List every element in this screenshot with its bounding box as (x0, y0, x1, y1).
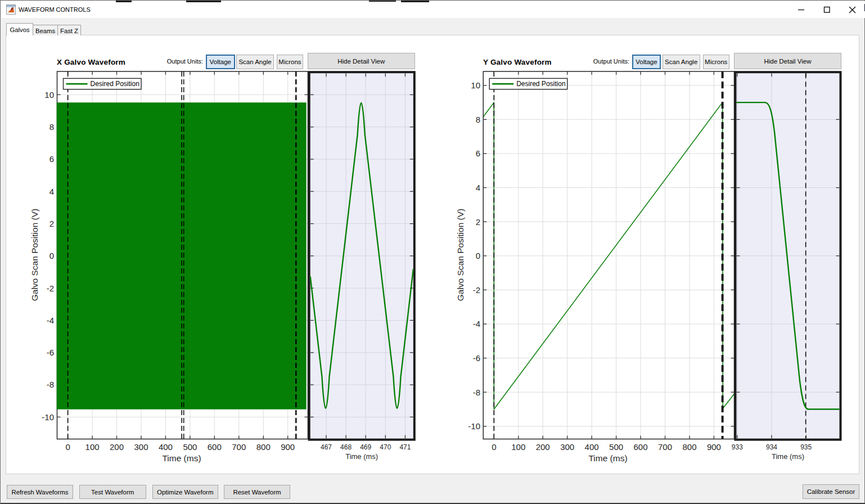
svg-text:300: 300 (134, 442, 148, 452)
svg-text:-6: -6 (47, 348, 54, 357)
svg-text:4: 4 (476, 183, 480, 192)
svg-text:469: 469 (360, 443, 371, 451)
svg-text:468: 468 (340, 443, 352, 451)
svg-text:934: 934 (766, 443, 777, 451)
svg-text:700: 700 (658, 442, 672, 452)
svg-text:0: 0 (492, 442, 496, 452)
svg-text:100: 100 (511, 442, 525, 452)
svg-text:400: 400 (585, 442, 599, 452)
svg-text:600: 600 (208, 442, 222, 452)
svg-text:8: 8 (49, 122, 54, 132)
svg-text:4: 4 (49, 187, 54, 196)
svg-text:10: 10 (44, 90, 54, 100)
svg-text:6: 6 (49, 154, 54, 164)
svg-text:-10: -10 (468, 421, 480, 431)
svg-text:100: 100 (85, 442, 100, 452)
svg-text:933: 933 (732, 443, 743, 451)
svg-text:0: 0 (49, 251, 54, 260)
svg-text:900: 900 (707, 442, 721, 452)
svg-text:0: 0 (65, 442, 70, 452)
svg-text:700: 700 (232, 442, 246, 452)
svg-text:Time (ms): Time (ms) (772, 452, 804, 461)
svg-text:471: 471 (399, 443, 411, 451)
svg-text:900: 900 (281, 442, 295, 452)
svg-text:500: 500 (609, 442, 623, 452)
svg-text:-6: -6 (473, 353, 480, 363)
svg-text:10: 10 (471, 80, 480, 90)
svg-text:Time (ms): Time (ms) (588, 453, 627, 463)
svg-text:200: 200 (110, 442, 124, 452)
svg-text:800: 800 (256, 442, 271, 452)
svg-text:6: 6 (476, 148, 480, 158)
svg-text:8: 8 (476, 115, 480, 124)
svg-text:-2: -2 (47, 284, 54, 293)
svg-text:467: 467 (321, 443, 332, 451)
svg-text:400: 400 (159, 442, 173, 452)
svg-text:200: 200 (536, 442, 550, 452)
svg-text:-4: -4 (473, 319, 480, 328)
svg-text:Time (ms): Time (ms) (162, 453, 201, 463)
svg-text:-10: -10 (42, 412, 54, 422)
svg-text:-8: -8 (47, 380, 54, 389)
svg-text:470: 470 (380, 443, 391, 451)
svg-text:935: 935 (800, 443, 812, 451)
svg-text:-4: -4 (47, 316, 54, 325)
svg-text:Desired Position: Desired Position (91, 80, 139, 88)
svg-text:-2: -2 (473, 285, 480, 295)
svg-text:2: 2 (49, 219, 54, 228)
svg-text:500: 500 (183, 442, 197, 452)
svg-text:Time (ms): Time (ms) (345, 452, 378, 461)
svg-text:0: 0 (476, 251, 480, 260)
svg-text:300: 300 (560, 442, 574, 452)
svg-text:600: 600 (633, 442, 647, 452)
svg-text:-8: -8 (473, 388, 480, 397)
svg-text:2: 2 (476, 217, 480, 227)
svg-text:Desired Position: Desired Position (516, 80, 565, 88)
svg-text:800: 800 (682, 442, 696, 452)
